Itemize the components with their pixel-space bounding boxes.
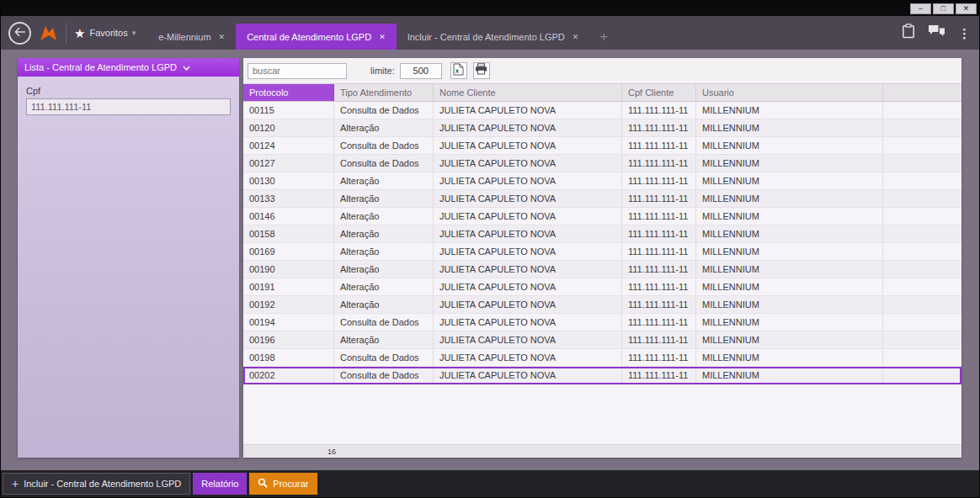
list-panel: limite: Protocolo Tipo Atendimento Nome …	[243, 58, 961, 458]
table-cell: 00133	[243, 190, 334, 207]
column-header-protocolo[interactable]: Protocolo	[243, 84, 334, 101]
table-cell: 00194	[243, 314, 334, 331]
tab-central-atendimento-lgpd[interactable]: Central de Atendimento LGPD ✕	[236, 24, 397, 50]
table-row[interactable]: 00192AlteraçãoJULIETA CAPULETO NOVA111.1…	[243, 296, 961, 314]
favorites-label: Favoritos	[89, 28, 127, 38]
table-row[interactable]: 00198Consulta de DadosJULIETA CAPULETO N…	[243, 349, 961, 367]
table-cell: MILLENNIUM	[696, 208, 883, 225]
table-row[interactable]: 00169AlteraçãoJULIETA CAPULETO NOVA111.1…	[243, 243, 961, 261]
app-window: − □ ✕ ★ Favoritos ▾ e-Millennium ✕ Centr…	[0, 0, 980, 498]
table-cell: 111.111.111-11	[622, 137, 696, 154]
incluir-button-label: Incluir - Central de Atendimento LGPD	[24, 479, 181, 489]
record-count: 16	[328, 448, 336, 456]
table-cell: 00191	[243, 278, 334, 295]
incluir-button[interactable]: + Incluir - Central de Atendimento LGPD	[3, 473, 190, 495]
chat-icon[interactable]	[928, 24, 945, 41]
table-cell: 111.111.111-11	[622, 296, 696, 313]
cpf-field[interactable]	[26, 98, 231, 115]
relatorio-button-label: Relatório	[201, 479, 238, 489]
table-row[interactable]: 00127Consulta de DadosJULIETA CAPULETO N…	[243, 155, 961, 172]
table-cell-filler	[883, 314, 961, 331]
table-cell: JULIETA CAPULETO NOVA	[434, 155, 622, 172]
table-cell: MILLENNIUM	[696, 278, 883, 295]
table-cell-filler	[883, 296, 961, 313]
table-row[interactable]: 00190AlteraçãoJULIETA CAPULETO NOVA111.1…	[243, 261, 961, 278]
column-header-nome-cliente[interactable]: Nome Cliente	[434, 84, 622, 101]
table-cell: JULIETA CAPULETO NOVA	[434, 367, 622, 384]
table-cell: 111.111.111-11	[622, 314, 696, 331]
chevron-down-icon	[183, 62, 190, 72]
column-header-cpf-cliente[interactable]: Cpf Cliente	[622, 84, 696, 101]
tab-close-icon[interactable]: ✕	[379, 33, 386, 41]
print-button[interactable]	[473, 62, 490, 79]
table-cell: 111.111.111-11	[622, 278, 696, 295]
filter-panel-header[interactable]: Lista - Central de Atendimento LGPD	[18, 58, 239, 77]
table-cell: 111.111.111-11	[622, 102, 696, 119]
table-cell-filler	[883, 102, 961, 119]
tab-close-icon[interactable]: ✕	[573, 33, 579, 41]
table-cell-filler	[883, 331, 961, 348]
procurar-button[interactable]: Procurar	[249, 473, 317, 495]
table-cell-filler	[883, 367, 961, 384]
chevron-down-icon: ▾	[132, 29, 136, 37]
table-row[interactable]: 00202Consulta de DadosJULIETA CAPULETO N…	[243, 367, 961, 384]
column-header-tipo-atendimento[interactable]: Tipo Atendimento	[334, 84, 434, 101]
table-cell: MILLENNIUM	[696, 225, 883, 242]
search-input[interactable]	[248, 63, 347, 79]
tab-label: Incluir - Central de Atendimento LGPD	[407, 32, 565, 42]
table-cell-filler	[883, 278, 961, 295]
minimize-button[interactable]: −	[910, 3, 931, 14]
limit-field[interactable]	[400, 63, 442, 79]
table-cell: Alteração	[334, 172, 434, 189]
clipboard-icon[interactable]	[902, 24, 915, 42]
export-excel-button[interactable]	[450, 62, 467, 79]
table-row[interactable]: 00130AlteraçãoJULIETA CAPULETO NOVA111.1…	[243, 172, 961, 190]
table-cell-filler	[883, 137, 961, 154]
table-cell: 00146	[243, 208, 334, 225]
table-cell: MILLENNIUM	[696, 243, 883, 260]
tab-close-icon[interactable]: ✕	[219, 33, 226, 41]
column-header-usuario[interactable]: Usuario	[696, 84, 883, 101]
table-cell: JULIETA CAPULETO NOVA	[434, 261, 622, 278]
back-arrow-icon	[14, 25, 26, 40]
new-tab-button[interactable]: +	[599, 29, 608, 44]
table-cell-filler	[883, 155, 961, 172]
table-row[interactable]: 00196AlteraçãoJULIETA CAPULETO NOVA111.1…	[243, 331, 961, 349]
back-button[interactable]	[8, 22, 31, 45]
table-row[interactable]: 00191AlteraçãoJULIETA CAPULETO NOVA111.1…	[243, 278, 961, 296]
table-cell: JULIETA CAPULETO NOVA	[434, 331, 622, 348]
relatorio-button[interactable]: Relatório	[193, 473, 247, 495]
table-cell: Alteração	[334, 208, 434, 225]
table-row[interactable]: 00124Consulta de DadosJULIETA CAPULETO N…	[243, 137, 961, 155]
table-cell: 111.111.111-11	[622, 367, 696, 384]
table-cell: MILLENNIUM	[696, 190, 883, 207]
tab-incluir-central-atendimento-lgpd[interactable]: Incluir - Central de Atendimento LGPD ✕	[397, 24, 590, 50]
excel-file-icon	[453, 63, 464, 79]
toolbar-divider	[66, 23, 67, 43]
favorites-menu[interactable]: ★ Favoritos ▾	[74, 27, 136, 40]
table-row[interactable]: 00194Consulta de DadosJULIETA CAPULETO N…	[243, 314, 961, 331]
table-cell: Consulta de Dados	[334, 137, 434, 154]
table-cell: 111.111.111-11	[622, 349, 696, 366]
table-row[interactable]: 00120AlteraçãoJULIETA CAPULETO NOVA111.1…	[243, 119, 961, 137]
table-row[interactable]: 00146AlteraçãoJULIETA CAPULETO NOVA111.1…	[243, 208, 961, 225]
close-button[interactable]: ✕	[956, 3, 977, 14]
main-toolbar: ★ Favoritos ▾ e-Millennium ✕ Central de …	[1, 16, 979, 50]
table-row[interactable]: 00133AlteraçãoJULIETA CAPULETO NOVA111.1…	[243, 190, 961, 208]
table-cell-filler	[883, 261, 961, 278]
maximize-button[interactable]: □	[933, 3, 954, 14]
table-row[interactable]: 00115Consulta de DadosJULIETA CAPULETO N…	[243, 102, 961, 119]
table-cell: 00130	[243, 172, 334, 189]
titlebar: − □ ✕	[1, 1, 979, 16]
table-row[interactable]: 00158AlteraçãoJULIETA CAPULETO NOVA111.1…	[243, 225, 961, 243]
table-cell: MILLENNIUM	[696, 314, 883, 331]
table-cell: MILLENNIUM	[696, 102, 883, 119]
table-cell: 111.111.111-11	[622, 225, 696, 242]
table-cell: 00196	[243, 331, 334, 348]
table-cell: 111.111.111-11	[622, 243, 696, 260]
tab-e-millennium[interactable]: e-Millennium ✕	[147, 24, 236, 50]
table-cell: Alteração	[334, 296, 434, 313]
overflow-menu-icon[interactable]: ⋮	[958, 27, 971, 40]
table-body: 00115Consulta de DadosJULIETA CAPULETO N…	[243, 102, 961, 384]
table-cell: MILLENNIUM	[696, 137, 883, 154]
